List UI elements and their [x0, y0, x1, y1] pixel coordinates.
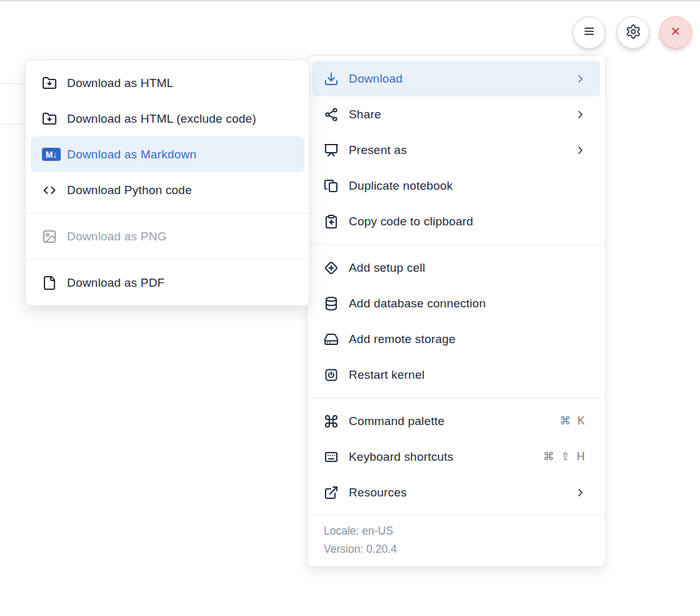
- power-icon: [324, 367, 339, 382]
- code-icon: [42, 183, 57, 198]
- database-icon: [324, 296, 339, 311]
- menu-item-add-setup-cell[interactable]: Add setup cell: [312, 250, 600, 285]
- menu-item-command-palette[interactable]: Command palette ⌘ K: [312, 403, 600, 439]
- menu-item-label: Download as PNG: [67, 230, 291, 244]
- submenu-item-download-html[interactable]: Download as HTML: [31, 65, 304, 101]
- submenu-group-image: Download as PNG: [26, 213, 309, 259]
- menu-item-label: Keyboard shortcuts: [349, 450, 543, 464]
- notebook-actions-menu: Download Share Present: [307, 55, 606, 567]
- shortcut-hint: ⌘ ⇧ H: [543, 450, 587, 463]
- shortcut-hint: ⌘ K: [560, 414, 587, 428]
- menu-item-label: Command palette: [349, 414, 560, 428]
- menu-item-label: Download as Markdown: [67, 148, 291, 162]
- close-icon: [668, 24, 683, 41]
- clipboard-copy-icon: [324, 214, 339, 229]
- menu-item-label: Add setup cell: [349, 261, 587, 275]
- close-app-button[interactable]: [659, 16, 692, 49]
- menu-item-label: Share: [349, 108, 574, 121]
- gear-icon: [625, 24, 641, 42]
- submenu-item-download-markdown[interactable]: M↓ Download as Markdown: [31, 136, 304, 172]
- menu-item-label: Add remote storage: [349, 332, 587, 346]
- submenu-item-download-html-exclude-code[interactable]: Download as HTML (exclude code): [31, 101, 304, 136]
- command-icon: [324, 414, 339, 429]
- download-icon: [324, 71, 339, 86]
- page-top-border: [0, 0, 700, 1]
- keyboard-icon: [324, 449, 339, 465]
- markdown-badge: M↓: [42, 148, 61, 161]
- notebook-menu-button[interactable]: [573, 16, 605, 49]
- submenu-item-download-python-code[interactable]: Download Python code: [31, 172, 304, 208]
- menu-item-share[interactable]: Share: [312, 96, 600, 132]
- duplicate-icon: [324, 178, 339, 193]
- settings-button[interactable]: [617, 16, 649, 49]
- menu-item-label: Download as HTML: [67, 76, 291, 90]
- menu-item-keyboard-shortcuts[interactable]: Keyboard shortcuts ⌘ ⇧ H: [312, 439, 600, 475]
- menu-item-label: Download as HTML (exclude code): [67, 112, 291, 126]
- file-icon: [42, 275, 57, 290]
- menu-item-resources[interactable]: Resources: [312, 475, 600, 510]
- chevron-right-icon: [574, 486, 587, 499]
- download-submenu: Download as HTML Download as HTML (exclu…: [25, 59, 310, 306]
- locale-text: Locale: en-US: [324, 522, 589, 540]
- menu-item-add-database-connection[interactable]: Add database connection: [312, 285, 600, 321]
- menu-item-present-as[interactable]: Present as: [312, 132, 600, 168]
- menu-item-label: Download as PDF: [67, 276, 291, 290]
- hamburger-icon: [581, 23, 597, 42]
- menu-item-label: Restart kernel: [349, 368, 587, 382]
- background-cell-border: [0, 124, 28, 125]
- submenu-group-pdf: Download as PDF: [26, 260, 309, 305]
- menu-group-kernel-actions: Add setup cell Add database connection: [307, 245, 605, 398]
- submenu-item-download-pdf[interactable]: Download as PDF: [31, 265, 304, 300]
- menu-item-label: Download Python code: [67, 183, 291, 197]
- menu-item-duplicate-notebook[interactable]: Duplicate notebook: [312, 168, 600, 203]
- chevron-right-icon: [574, 108, 587, 121]
- menu-item-restart-kernel[interactable]: Restart kernel: [312, 357, 600, 393]
- presentation-icon: [324, 143, 339, 158]
- share-icon: [324, 107, 339, 122]
- menu-footer: Locale: en-US Version: 0.20.4: [307, 516, 605, 567]
- markdown-icon: M↓: [42, 147, 61, 162]
- menu-group-notebook-actions: Download Share Present: [307, 56, 605, 244]
- menu-item-label: Present as: [349, 143, 574, 157]
- folder-down-icon: [42, 76, 57, 91]
- version-text: Version: 0.20.4: [324, 540, 589, 558]
- menu-group-help: Command palette ⌘ K Keyboard shortcuts ⌘…: [307, 398, 605, 515]
- image-icon: [42, 229, 57, 244]
- hard-drive-icon: [324, 332, 339, 347]
- menu-item-label: Duplicate notebook: [349, 179, 587, 193]
- chevron-right-icon: [574, 144, 587, 157]
- menu-item-download[interactable]: Download: [312, 61, 600, 96]
- folder-down-icon: [42, 111, 57, 126]
- external-link-icon: [324, 485, 339, 500]
- submenu-group-documents: Download as HTML Download as HTML (exclu…: [26, 60, 309, 213]
- menu-item-copy-code[interactable]: Copy code to clipboard: [312, 203, 600, 239]
- app-root: { "colors": { "accent_blue": "#3a6fc6", …: [0, 0, 700, 616]
- menu-item-add-remote-storage[interactable]: Add remote storage: [312, 321, 600, 357]
- chevron-right-icon: [574, 73, 587, 85]
- submenu-item-download-png: Download as PNG: [31, 218, 304, 254]
- diamond-plus-icon: [324, 260, 339, 275]
- menu-item-label: Add database connection: [349, 297, 587, 311]
- menu-item-label: Resources: [349, 486, 574, 500]
- menu-item-label: Download: [349, 72, 574, 86]
- background-cell-border: [0, 83, 28, 84]
- menu-item-label: Copy code to clipboard: [349, 215, 587, 228]
